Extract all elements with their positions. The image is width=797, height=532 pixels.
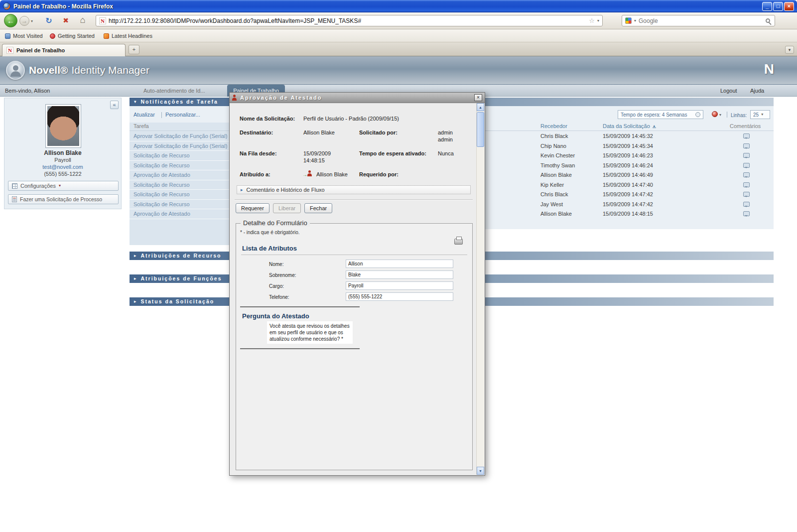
task-link[interactable]: Solicitação de Recurso	[133, 201, 227, 207]
section-title: Atribuições de Recurso	[141, 252, 222, 260]
field-value: Allison	[346, 260, 453, 268]
settings-button[interactable]: Configurações	[8, 181, 119, 191]
collapse-sidebar-button[interactable]	[110, 101, 119, 109]
task-link[interactable]: Aprovação de Atestado	[133, 172, 227, 178]
tab-self-service[interactable]: Auto-atendimento de Id...	[143, 88, 205, 94]
print-icon[interactable]	[454, 239, 463, 245]
user-name: Allison Blake	[4, 149, 121, 156]
tab-painel-de-trabalho[interactable]: Painel de Trabalho	[2, 44, 126, 56]
scroll-down-button[interactable]	[477, 467, 484, 475]
url-bar[interactable]	[96, 15, 603, 26]
comment-icon[interactable]	[743, 182, 750, 187]
section-title: Status da Solicitação	[141, 297, 215, 306]
comment-icon[interactable]	[743, 172, 750, 177]
reload-button[interactable]	[43, 15, 55, 26]
timeout-filter[interactable]: Tempo de espera: 4 Semanas	[618, 110, 703, 119]
forward-button[interactable]	[19, 16, 29, 26]
divider	[727, 112, 727, 118]
close-button[interactable]	[784, 2, 794, 11]
search-input[interactable]	[639, 17, 763, 24]
task-link[interactable]: Aprovar Solicitação de Função (Serial)	[133, 133, 227, 139]
recipient-cell: Jay West	[540, 201, 563, 207]
bookmark-star-icon[interactable]	[589, 17, 595, 24]
history-dropdown-icon[interactable]	[31, 19, 33, 23]
settings-label: Configurações	[20, 183, 56, 189]
sort-ascending-icon	[653, 124, 656, 128]
column-header-task: Tarefa	[133, 123, 149, 129]
dialog-titlebar[interactable]: Aprovação de Atestado	[230, 93, 485, 103]
bookmark-latest-headlines[interactable]: Latest Headlines	[104, 32, 152, 40]
comment-icon[interactable]	[743, 211, 750, 216]
requested-by-value-line1: admin	[438, 130, 453, 135]
make-process-request-button[interactable]: Fazer uma Solicitação de Processo	[8, 194, 119, 204]
comment-icon[interactable]	[743, 133, 750, 138]
question-heading: Pergunta do Atestado	[242, 312, 309, 320]
filter-dropdown-icon[interactable]	[719, 113, 721, 117]
search-magnifier-icon[interactable]	[766, 18, 770, 23]
claim-button[interactable]: Requerer	[236, 203, 269, 213]
section-title: Notificações de Tarefa	[141, 98, 218, 106]
user-photo-image	[47, 106, 79, 146]
google-icon	[625, 17, 632, 24]
customize-link[interactable]: Personalizar...	[165, 112, 200, 118]
field-label: Cargo:	[269, 283, 284, 289]
url-history-dropdown-icon[interactable]	[597, 19, 599, 23]
filter-icon[interactable]	[712, 111, 718, 117]
comment-icon[interactable]	[743, 163, 750, 168]
home-button[interactable]	[77, 15, 89, 26]
stop-button[interactable]	[60, 15, 72, 26]
comment-flow-history-expander[interactable]: Comentário e Histórico de Fluxo	[237, 185, 471, 194]
task-link[interactable]: Solicitação de Recurso	[133, 162, 227, 168]
recipient-value: Allison Blake	[303, 130, 335, 135]
clear-filter-icon[interactable]	[695, 112, 700, 117]
restore-button[interactable]	[773, 2, 783, 11]
task-link[interactable]: Solicitação de Recurso	[133, 191, 227, 197]
scrollbar-thumb[interactable]	[477, 112, 484, 147]
date-cell: 15/09/2009 14:47:40	[603, 182, 653, 188]
back-button[interactable]	[4, 14, 17, 27]
column-header-recipient[interactable]: Recebedor	[540, 123, 567, 129]
bookmark-label: Latest Headlines	[112, 33, 152, 39]
comment-icon[interactable]	[743, 143, 750, 148]
bookmark-getting-started[interactable]: Getting Started	[50, 32, 95, 40]
dialog-scrollbar[interactable]	[476, 103, 484, 475]
assigned-person-icon	[307, 170, 312, 176]
user-email-link[interactable]: test@novell.com	[4, 164, 121, 170]
dialog-close-button[interactable]	[474, 94, 482, 101]
rows-select[interactable]: 25	[750, 110, 770, 119]
comment-icon[interactable]	[743, 192, 750, 197]
bookmark-most-visited[interactable]: Most Visited	[5, 32, 43, 40]
user-role: Payroll	[4, 157, 121, 163]
logout-link[interactable]: Logout	[720, 88, 737, 94]
column-header-date-label: Data da Solicitação	[603, 123, 650, 129]
search-box[interactable]	[622, 15, 775, 26]
close-form-button[interactable]: Fechar	[304, 203, 332, 213]
minimize-button[interactable]	[762, 2, 772, 11]
url-input[interactable]	[109, 17, 586, 24]
rows-dropdown-icon	[761, 113, 763, 117]
recipient-cell: Kevin Chester	[540, 152, 575, 158]
brand-name: Novell®	[29, 64, 68, 76]
task-link[interactable]: Solicitação de Recurso	[133, 182, 227, 188]
recipient-label: Destinatário:	[240, 130, 273, 135]
column-header-date[interactable]: Data da Solicitação	[603, 123, 656, 129]
process-request-icon	[12, 196, 17, 202]
task-link[interactable]: Solicitação de Recurso	[133, 152, 227, 158]
comment-icon[interactable]	[743, 153, 750, 158]
divider	[241, 255, 467, 255]
date-cell: 15/09/2009 14:45:34	[603, 143, 653, 149]
request-name-value: Perfil de Usuário - Padrão (2009/09/15)	[303, 116, 399, 122]
firefox-window: Painel de Trabalho - Mozilla Firefox	[0, 0, 797, 532]
search-engine-dropdown-icon[interactable]	[634, 19, 636, 23]
scroll-up-button[interactable]	[477, 103, 484, 111]
new-tab-button[interactable]	[129, 45, 139, 54]
date-cell: 15/09/2009 14:46:24	[603, 162, 653, 168]
refresh-link[interactable]: Atualizar	[133, 112, 155, 118]
list-all-tabs-button[interactable]	[785, 46, 794, 54]
comment-icon[interactable]	[743, 202, 750, 207]
task-link[interactable]: Aprovar Solicitação de Função (Serial)	[133, 143, 227, 149]
divider	[240, 348, 360, 349]
help-link[interactable]: Ajuda	[750, 88, 764, 94]
window-controls	[762, 2, 794, 11]
task-link[interactable]: Aprovação de Atestado	[133, 211, 227, 217]
